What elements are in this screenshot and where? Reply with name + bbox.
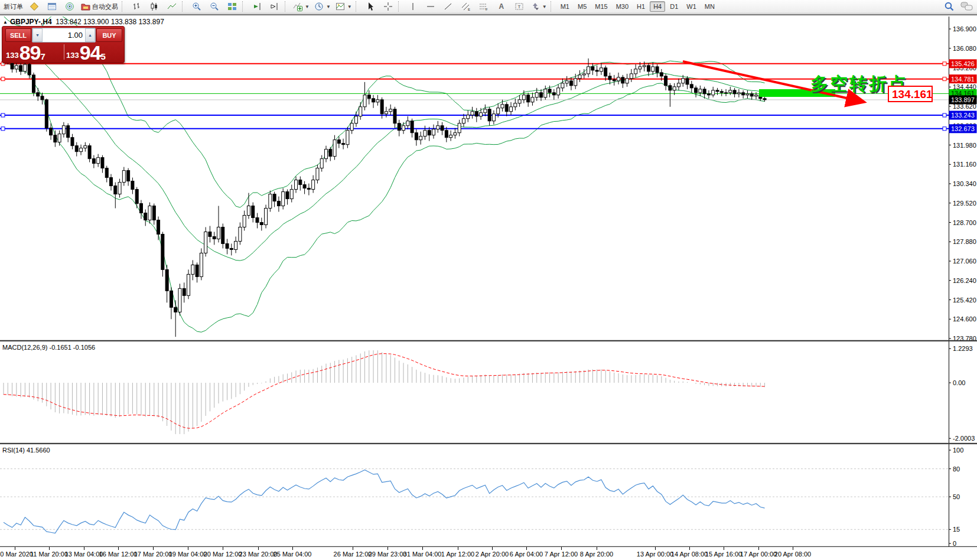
- zoom-out-button[interactable]: [206, 0, 223, 13]
- timeframe-d1[interactable]: D1: [666, 1, 682, 12]
- bid-price[interactable]: 133 89 7: [6, 42, 63, 61]
- time-label: 13 Mar 04:00: [65, 551, 103, 558]
- vertical-line-button[interactable]: [404, 0, 422, 13]
- rsi-panel[interactable]: 1008050150: [0, 444, 977, 547]
- time-tick: [188, 547, 188, 550]
- horizontal-line-button[interactable]: [422, 0, 439, 13]
- price-tick-label: 127.880: [953, 238, 976, 245]
- macd-panel[interactable]: 1.22930.00-2.0003: [0, 341, 977, 444]
- indicators-add-icon: [293, 2, 302, 11]
- sell-button[interactable]: SELL: [5, 28, 31, 42]
- rsi-axis[interactable]: 1008050150: [949, 444, 963, 547]
- line-chart-icon: [167, 2, 177, 11]
- fibonacci-button[interactable]: F: [475, 0, 493, 13]
- price-level-label: 134.781: [951, 76, 975, 83]
- candle-chart-button[interactable]: [145, 0, 163, 13]
- timeframe-group: M1M5M15M30H1H4D1W1MN: [556, 1, 719, 12]
- timeframe-h1[interactable]: H1: [633, 1, 649, 12]
- time-tick: [118, 547, 119, 550]
- time-label: 29 Mar 23:00: [369, 551, 407, 558]
- time-label: 2 Apr 20:00: [476, 551, 509, 558]
- new-order-label: 新订单: [4, 2, 23, 11]
- chat-icon[interactable]: [960, 1, 973, 12]
- zoom-out-icon: [210, 2, 219, 11]
- bid-pips: 89: [19, 44, 41, 61]
- search-icon[interactable]: [944, 1, 955, 12]
- horizontal-line-icon: [426, 2, 435, 11]
- toolbar-separator: [551, 1, 555, 12]
- ask-price[interactable]: 133 94 5: [66, 42, 123, 61]
- collapse-arrow-icon[interactable]: ▲: [3, 19, 8, 25]
- timeframe-m5[interactable]: M5: [574, 1, 590, 12]
- bid-figure: 133: [6, 51, 19, 60]
- svg-text:E: E: [468, 8, 470, 11]
- volume-decrease-button[interactable]: ▼: [32, 28, 43, 42]
- periods-button[interactable]: ▼: [312, 0, 333, 13]
- new-order-button[interactable]: 新订单: [1, 0, 25, 13]
- channel-button[interactable]: E: [457, 0, 475, 13]
- candle-chart-icon: [149, 2, 159, 11]
- shift-end-button[interactable]: [266, 0, 284, 13]
- macd-tick-label: 0.00: [953, 379, 965, 386]
- timeframe-w1[interactable]: W1: [683, 1, 700, 12]
- ask-point: 5: [101, 51, 106, 61]
- one-click-trading-panel: SELL ▼ ▲ BUY 133 89 7 133 94 5: [2, 26, 125, 63]
- timeframe-m15[interactable]: M15: [591, 1, 611, 12]
- crosshair-icon: [383, 2, 393, 11]
- buy-button[interactable]: BUY: [96, 28, 122, 42]
- time-tick: [597, 547, 597, 550]
- macd-axis[interactable]: 1.22930.00-2.0003: [949, 341, 975, 444]
- time-tick: [689, 547, 690, 550]
- price-chart[interactable]: 136.900136.080135.260134.440133.620132.8…: [0, 17, 977, 341]
- volume-input[interactable]: [43, 28, 85, 42]
- bid-point: 7: [41, 51, 45, 61]
- symbol-info-line[interactable]: ▲GBPJPY-,H4 133.842 133.900 133.838 133.…: [3, 18, 164, 26]
- crosshair-button[interactable]: [379, 0, 397, 13]
- vertical-line-icon: [408, 2, 418, 11]
- time-tick: [49, 547, 50, 550]
- toolbar-separator: [242, 1, 247, 12]
- time-tick: [526, 547, 527, 550]
- autotrade-button[interactable]: 自动交易: [79, 0, 121, 13]
- time-tick: [492, 547, 493, 550]
- line-handle: [943, 127, 946, 131]
- trendline-button[interactable]: [439, 0, 457, 13]
- text-button[interactable]: A: [493, 0, 510, 13]
- auto-scroll-button[interactable]: [248, 0, 266, 13]
- timeframe-h4[interactable]: H4: [650, 1, 665, 12]
- price-axis[interactable]: 136.900136.080135.260134.440133.620132.8…: [949, 17, 977, 341]
- time-tick: [561, 547, 562, 550]
- price-level-label: 133.897: [951, 96, 975, 103]
- timeframe-m30[interactable]: M30: [613, 1, 632, 12]
- zoom-in-button[interactable]: [188, 0, 206, 13]
- line-chart-button[interactable]: [163, 0, 181, 13]
- time-axis[interactable]: 10 Mar 202011 Mar 20:0013 Mar 04:0016 Ma…: [0, 547, 977, 560]
- text-label-button[interactable]: T: [510, 0, 528, 13]
- metaeditor-button[interactable]: [25, 0, 43, 13]
- time-label: 17 Mar 20:00: [134, 551, 172, 558]
- time-label: 20 Apr 08:00: [774, 551, 811, 558]
- rsi-tick-label: 50: [953, 493, 960, 500]
- price-tick-label: 136.080: [953, 45, 976, 52]
- price-divider: [64, 44, 64, 60]
- time-label: 20 Mar 12:00: [204, 551, 242, 558]
- tile-windows-button[interactable]: [223, 0, 241, 13]
- signal-button[interactable]: [61, 0, 79, 13]
- cursor-button[interactable]: [362, 0, 379, 13]
- price-tick-label: 124.600: [953, 315, 976, 323]
- market-watch-button[interactable]: [43, 0, 61, 13]
- autotrade-label: 自动交易: [92, 2, 118, 11]
- toolbar-separator: [182, 1, 187, 12]
- time-tick: [758, 547, 759, 550]
- templates-button[interactable]: ▼: [333, 0, 354, 13]
- timeframe-mn[interactable]: MN: [701, 1, 718, 12]
- indicators-button[interactable]: ▼: [291, 0, 312, 13]
- annotations[interactable]: 多空转折点多空转折点134.161: [683, 61, 933, 102]
- volume-increase-button[interactable]: ▲: [85, 28, 95, 42]
- bar-chart-button[interactable]: [128, 0, 145, 13]
- timeframe-m1[interactable]: M1: [557, 1, 573, 12]
- time-label: 16 Mar 12:00: [99, 551, 138, 558]
- arrows-button[interactable]: ▼: [528, 0, 549, 13]
- auto-scroll-icon: [252, 2, 262, 11]
- time-tick: [292, 547, 293, 550]
